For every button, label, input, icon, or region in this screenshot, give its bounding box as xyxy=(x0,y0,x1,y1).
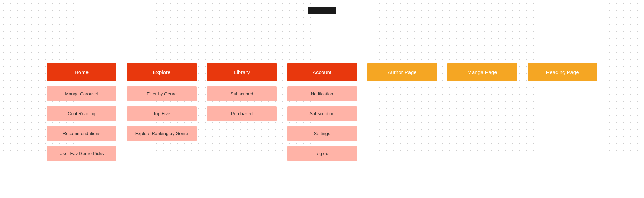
header-explore[interactable]: Explore xyxy=(127,63,197,81)
column-library: LibrarySubscribedPurchased xyxy=(202,63,282,161)
header-author-page[interactable]: Author Page xyxy=(367,63,437,81)
column-author-page: Author Page xyxy=(362,63,442,161)
child-explore-item: Filter by Genre xyxy=(127,86,197,101)
child-home-item: Manga Carousel xyxy=(47,86,116,101)
child-home-item: User Fav Genre Picks xyxy=(47,146,116,161)
child-account-item: Settings xyxy=(287,126,357,141)
column-explore: ExploreFilter by GenreTop FiveExplore Ra… xyxy=(122,63,202,161)
header-library[interactable]: Library xyxy=(207,63,277,81)
child-account-item: Subscription xyxy=(287,106,357,121)
column-home: HomeManga CarouselCont ReadingRecommenda… xyxy=(41,63,122,161)
column-manga-page: Manga Page xyxy=(442,63,522,161)
header-account[interactable]: Account xyxy=(287,63,357,81)
child-library-item: Subscribed xyxy=(207,86,277,101)
header-home[interactable]: Home xyxy=(47,63,116,81)
root-node xyxy=(308,7,336,14)
header-reading-page[interactable]: Reading Page xyxy=(528,63,597,81)
columns-row: HomeManga CarouselCont ReadingRecommenda… xyxy=(0,7,644,161)
child-account-item: Notification xyxy=(287,86,357,101)
child-explore-item: Top Five xyxy=(127,106,197,121)
header-manga-page[interactable]: Manga Page xyxy=(447,63,517,81)
child-home-item: Cont Reading xyxy=(47,106,116,121)
child-explore-item: Explore Ranking by Genre xyxy=(127,126,197,141)
diagram-container: HomeManga CarouselCont ReadingRecommenda… xyxy=(0,0,644,161)
column-reading-page: Reading Page xyxy=(522,63,603,161)
child-home-item: Recommendations xyxy=(47,126,116,141)
column-account: AccountNotificationSubscriptionSettingsL… xyxy=(282,63,362,161)
child-account-item: Log out xyxy=(287,146,357,161)
child-library-item: Purchased xyxy=(207,106,277,121)
